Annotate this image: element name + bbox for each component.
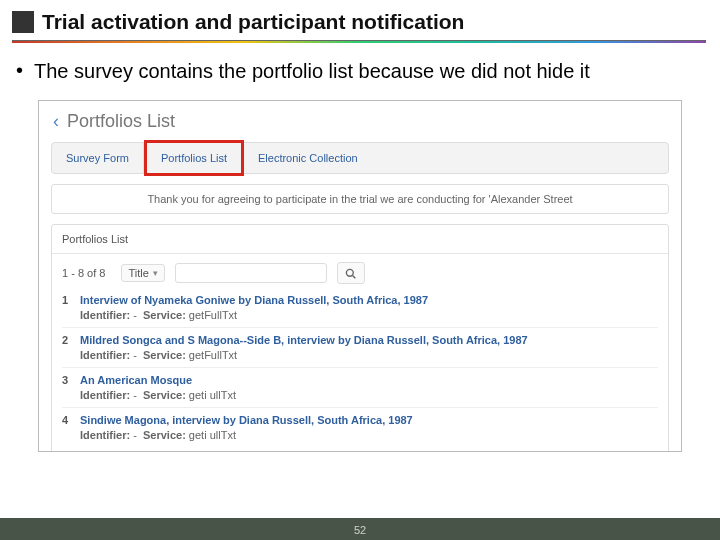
row-meta: Identifier: - Service: geti ullTxt (62, 389, 658, 401)
list-item[interactable]: 3An American Mosque Identifier: - Servic… (62, 367, 658, 407)
embedded-screenshot: ‹ Portfolios List Survey Form Portfolios… (38, 100, 682, 452)
search-input[interactable] (175, 263, 327, 283)
portfolios-panel: Portfolios List 1 - 8 of 8 Title ▾ 1Inte… (51, 224, 669, 452)
row-number: 4 (62, 414, 72, 426)
tab-survey-form[interactable]: Survey Form (52, 143, 144, 173)
sort-field-label: Title (128, 267, 148, 279)
tab-portfolios-list[interactable]: Portfolios List (144, 140, 244, 176)
svg-line-1 (353, 275, 356, 278)
breadcrumb-label: Portfolios List (67, 111, 175, 132)
row-meta: Identifier: - Service: geti ullTxt (62, 429, 658, 441)
page-number: 52 (354, 524, 366, 536)
search-icon (345, 268, 356, 279)
sort-dropdown[interactable]: Title ▾ (121, 264, 164, 282)
row-title[interactable]: Mildred Songca and S Magona--Side B, int… (80, 334, 528, 346)
caret-down-icon: ▾ (153, 268, 158, 278)
list-toolbar: 1 - 8 of 8 Title ▾ (52, 254, 668, 288)
breadcrumb[interactable]: ‹ Portfolios List (39, 101, 681, 140)
list-item[interactable]: 1Interview of Nyameka Goniwe by Diana Ru… (62, 288, 658, 327)
svg-point-0 (347, 269, 354, 276)
search-button[interactable] (337, 262, 365, 284)
portfolio-rows: 1Interview of Nyameka Goniwe by Diana Ru… (52, 288, 668, 452)
row-title[interactable]: Interview of Nyameka Goniwe by Diana Rus… (80, 294, 428, 306)
list-item[interactable]: 4Sindiwe Magona, interview by Diana Russ… (62, 407, 658, 447)
row-number: 2 (62, 334, 72, 346)
tab-bar: Survey Form Portfolios List Electronic C… (51, 142, 669, 174)
thank-you-banner: Thank you for agreeing to participate in… (51, 184, 669, 214)
result-count: 1 - 8 of 8 (62, 267, 105, 279)
row-number: 3 (62, 374, 72, 386)
bullet-text: The survey contains the portfolio list b… (0, 43, 720, 96)
tab-electronic-collection[interactable]: Electronic Collection (244, 143, 372, 173)
list-item[interactable]: 2Mildred Songca and S Magona--Side B, in… (62, 327, 658, 367)
row-number: 1 (62, 294, 72, 306)
row-title[interactable]: Sindiwe Magona, interview by Diana Russe… (80, 414, 413, 426)
row-meta: Identifier: - Service: getFullTxt (62, 349, 658, 361)
chevron-left-icon[interactable]: ‹ (53, 111, 59, 132)
row-meta: Identifier: - Service: getFullTxt (62, 309, 658, 321)
row-title[interactable]: An American Mosque (80, 374, 192, 386)
slide-title: Trial activation and participant notific… (42, 10, 464, 34)
panel-header: Portfolios List (52, 225, 668, 254)
slide-title-row: Trial activation and participant notific… (0, 0, 720, 40)
title-bullet-block (12, 11, 34, 33)
